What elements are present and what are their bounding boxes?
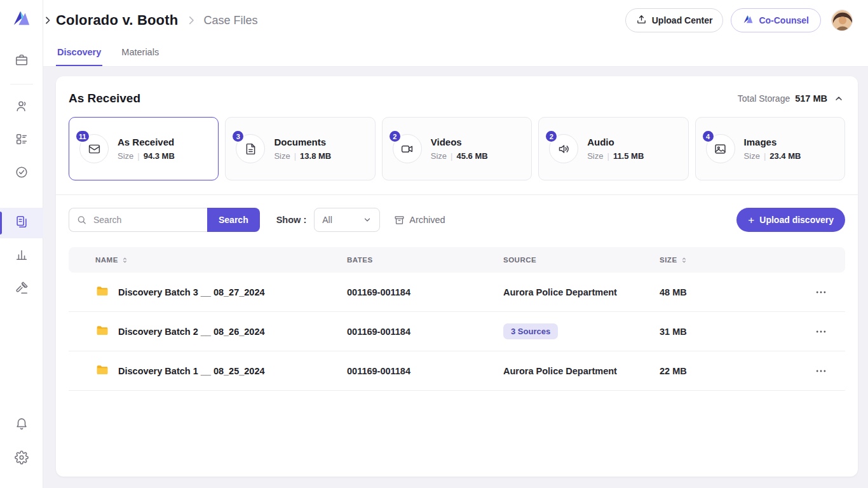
sidebar-item-analytics[interactable] [0,241,43,271]
sort-size-button[interactable] [681,257,688,264]
panel-collapse-button[interactable] [832,92,845,105]
upload-discovery-label: Upload discovery [759,215,834,225]
category-card-videos[interactable]: 2 Videos Size | 45.6 MB [382,117,532,180]
discovery-files-icon [15,215,29,231]
app-logo[interactable] [12,9,31,30]
co-counsel-button[interactable]: Co-Counsel [731,8,821,32]
sidebar-item-settings[interactable] [0,444,43,474]
category-card-as-received[interactable]: 11 As Received Size | 94.3 MB [69,117,219,180]
category-name: Audio [587,137,644,147]
table-row[interactable]: Discovery Batch 1 __ 08_25_2024 001169-0… [69,351,845,391]
co-counsel-logo-icon [743,14,754,27]
row-size: 31 MB [660,327,807,337]
tasks-check-icon [15,165,29,182]
sidebar-item-notifications[interactable] [0,409,43,440]
row-name: Discovery Batch 3 __ 08_27_2024 [118,287,265,297]
search-button[interactable]: Search [207,208,260,232]
upload-center-label: Upload Center [652,15,713,25]
board-icon [15,132,29,149]
size-label: Size [431,151,447,161]
upload-center-button[interactable]: Upload Center [625,8,724,32]
count-badge: 4 [702,130,715,143]
clients-icon [15,99,29,116]
chevron-down-icon [363,215,372,224]
row-actions-button[interactable] [812,362,830,380]
row-size: 48 MB [660,287,807,297]
size-label: Size [587,151,603,161]
row-bates: 001169-001184 [347,287,503,297]
sort-name-button[interactable] [121,257,128,264]
main-column: Colorado v. Booth Case Files Upload Cent… [43,0,868,488]
case-title: Colorado v. Booth [56,12,178,29]
archived-label: Archived [409,215,445,225]
category-card-audio[interactable]: 2 Audio Size | 11.5 MB [538,117,688,180]
count-badge: 2 [388,130,402,143]
table-row[interactable]: Discovery Batch 2 __ 08_26_2024 001169-0… [69,312,845,351]
size-label: Size [118,151,133,161]
total-storage-value: 517 MB [795,93,827,104]
sidebar-item-legal[interactable] [0,274,43,304]
category-name: Images [744,137,801,147]
row-source: Aurora Police Department [503,287,660,297]
size-separator: | [607,151,609,161]
size-separator: | [137,151,139,161]
ellipsis-icon [815,365,827,377]
header-source: SOURCE [503,256,536,264]
chevron-up-icon [834,93,844,104]
avatar[interactable] [831,10,853,31]
folder-icon [95,323,109,340]
upload-discovery-button[interactable]: + Upload discovery [736,208,845,232]
sidebar-item-discovery[interactable] [0,208,43,238]
show-label: Show : [276,215,307,225]
show-filter-value: All [322,215,332,225]
size-separator: | [764,151,766,161]
sort-icon [681,257,688,264]
category-card-images[interactable]: 4 Images Size | 23.4 MB [695,117,845,180]
row-size: 22 MB [660,366,807,376]
table-row[interactable]: Discovery Batch 3 __ 08_27_2024 001169-0… [69,273,845,312]
ellipsis-icon [815,325,827,338]
breadcrumb-current: Case Files [203,14,257,27]
tab-discovery[interactable]: Discovery [56,41,102,66]
folder-icon [95,363,109,379]
multi-source-badge[interactable]: 3 Sources [503,323,558,339]
sidebar-item-tasks[interactable] [0,158,43,189]
sidebar-item-board[interactable] [0,125,43,156]
analytics-chart-icon [15,248,29,264]
count-badge: 11 [75,130,90,143]
sidebar-collapse-button[interactable] [41,13,55,27]
co-counsel-label: Co-Counsel [759,15,809,25]
upload-icon [636,14,647,27]
show-filter-select[interactable]: All [314,208,380,232]
toolbar: Search Show : All Archived + Upload disc… [69,208,845,232]
row-actions-button[interactable] [812,283,830,301]
app-root: Colorado v. Booth Case Files Upload Cent… [0,0,868,488]
section-divider [56,194,858,195]
discovery-table: NAME BATES SOURCE SIZE [69,247,845,391]
category-name: Documents [274,137,331,147]
row-bates: 001169-001184 [347,366,503,376]
size-separator: | [451,151,452,161]
search-icon [76,215,87,226]
table-header: NAME BATES SOURCE SIZE [69,247,845,273]
size-label: Size [744,151,760,161]
row-actions-button[interactable] [812,323,830,341]
size-separator: | [294,151,296,161]
sidebar-item-cases[interactable] [0,46,43,76]
sidebar-item-clients[interactable] [0,92,43,123]
sidebar-divider [10,84,33,85]
search-input[interactable] [69,208,207,232]
size-value: 13.8 MB [300,151,331,161]
archived-toggle[interactable]: Archived [394,215,445,226]
sort-icon [121,257,128,264]
gavel-icon [15,281,29,297]
settings-gear-icon [15,451,29,467]
tab-materials[interactable]: Materials [120,41,160,66]
size-value: 23.4 MB [770,151,801,161]
row-source: Aurora Police Department [503,366,660,376]
breadcrumb-chevron-icon [186,15,197,26]
briefcase-icon [15,53,29,69]
category-card-documents[interactable]: 3 Documents Size | 13.8 MB [225,117,375,180]
sidebar [0,0,43,488]
content-area: As Received Total Storage 517 MB 11 [43,67,868,488]
